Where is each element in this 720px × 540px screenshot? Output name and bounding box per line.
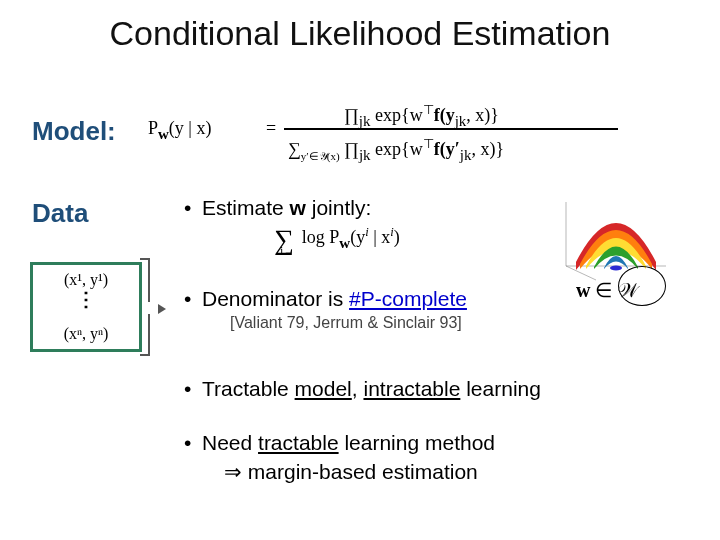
citation: [Valiant 79, Jerrum & Sinclair 93]: [230, 314, 462, 332]
eq-w-sub: w: [158, 126, 169, 142]
eq-P: P: [148, 118, 158, 138]
data-row-1: (x¹, y¹): [33, 271, 139, 289]
eq-equals: =: [266, 118, 276, 139]
sum-equation: ∑i log Pw(yi | xi): [274, 224, 400, 256]
bullet-need-sub: ⇒ margin-based estimation: [224, 460, 478, 485]
eq-numerator: ∏jk exp{w⊤f(yjk, x)}: [344, 102, 499, 130]
eq-denominator: ∑y′∈𝒴(x) ∏jk exp{w⊤f(y′jk, x)}: [288, 136, 504, 164]
slide-title: Conditional Likelihood Estimation: [0, 14, 720, 53]
model-equation: Pw(y | x) = ∏jk exp{w⊤f(yjk, x)} ∑y′∈𝒴(x…: [148, 96, 638, 166]
ellipse-icon: [618, 266, 666, 306]
slide: Conditional Likelihood Estimation Model:…: [0, 0, 720, 540]
data-box: (x¹, y¹) ⋮ (xⁿ, yⁿ): [30, 262, 142, 352]
data-row-n: (xⁿ, yⁿ): [33, 325, 139, 343]
label-model: Model:: [32, 116, 116, 147]
surface-plot-icon: [556, 196, 676, 282]
brace-icon: [140, 248, 168, 366]
bullet-need: • Need tractable learning method: [184, 430, 694, 455]
implies-icon: ⇒: [224, 460, 242, 484]
w-in-W: w ∈ 𝒲: [576, 278, 636, 302]
svg-point-3: [610, 266, 622, 271]
eq-args: (y | x): [169, 118, 212, 138]
bullet-tractable: • Tractable model, intractable learning: [184, 376, 694, 401]
label-data: Data: [32, 198, 88, 229]
data-ellipsis: ⋮: [33, 293, 139, 305]
link-p-complete[interactable]: #P-complete: [349, 287, 467, 310]
